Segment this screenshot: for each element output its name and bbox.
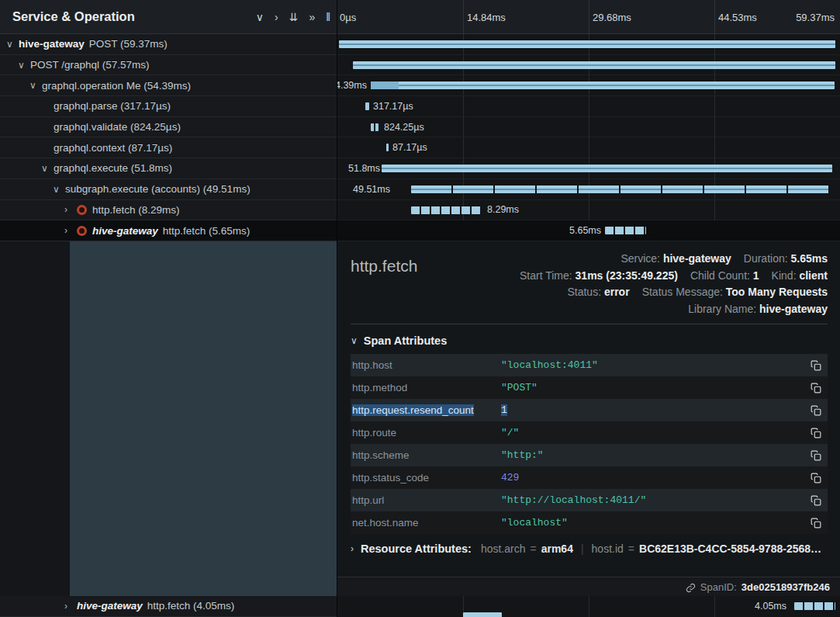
- chevron-down-icon[interactable]: ∨: [18, 61, 30, 70]
- span-bar[interactable]: [605, 227, 646, 234]
- chevron-down-icon[interactable]: ∨: [53, 185, 65, 194]
- attribute-row[interactable]: http.url"http://localhost:4011/": [351, 489, 828, 511]
- divider: [351, 324, 828, 324]
- span-bar[interactable]: [411, 185, 830, 193]
- span-attributes-header[interactable]: ∨ Span Attributes: [351, 334, 828, 348]
- attribute-row[interactable]: http.host"localhost:4011": [351, 354, 828, 376]
- timeline-row[interactable]: [337, 55, 840, 76]
- meta-pair: Status: error: [567, 286, 629, 298]
- attribute-key-text: http.method: [352, 382, 407, 393]
- timeline-row[interactable]: [337, 34, 840, 55]
- span-bar[interactable]: [463, 612, 502, 617]
- chevron-down-icon[interactable]: ∨: [29, 81, 42, 90]
- link-icon[interactable]: [686, 581, 696, 592]
- ruler-label: 44.53ms: [718, 11, 757, 23]
- span-tree-row[interactable]: ∨graphql.execute (51.8ms): [0, 158, 337, 179]
- copy-value-button[interactable]: [804, 404, 828, 417]
- meta-label: Service:: [620, 252, 662, 265]
- span-tree: ∨hive-gatewayPOST (59.37ms)∨POST /graphq…: [0, 34, 337, 241]
- chevron-right-icon[interactable]: ›: [64, 205, 77, 214]
- timeline-row[interactable]: 54.39ms: [337, 75, 840, 96]
- span-bar[interactable]: [794, 602, 835, 610]
- span-id-label: SpanID:: [700, 581, 737, 593]
- span-bar[interactable]: [339, 40, 835, 48]
- span-tree-bottom: ›hive-gatewayhttp.fetch (4.05ms): [0, 596, 337, 617]
- attribute-value-text: 429: [501, 472, 519, 484]
- attribute-value: "/": [501, 427, 804, 438]
- span-bar[interactable]: [353, 61, 835, 69]
- copy-value-button[interactable]: [804, 494, 828, 507]
- attribute-row[interactable]: http.scheme"http:": [351, 444, 828, 466]
- chevron-right-icon[interactable]: ›: [64, 226, 77, 235]
- resource-value: arm64: [541, 542, 573, 555]
- attribute-row[interactable]: http.route"/": [351, 421, 828, 444]
- span-tree-row[interactable]: ›hive-gatewayhttp.fetch (5.65ms): [0, 220, 337, 241]
- duration-label: 4.05ms: [755, 601, 786, 612]
- copy-icon: [811, 450, 821, 461]
- ruler-label: 0µs: [340, 11, 356, 23]
- attribute-key-text: http.scheme: [352, 449, 410, 461]
- expand-all-icon[interactable]: »: [309, 12, 315, 23]
- copy-value-button[interactable]: [804, 382, 828, 394]
- copy-value-button[interactable]: [804, 472, 828, 484]
- meta-pair: Kind: client: [772, 269, 828, 282]
- span-bar[interactable]: [411, 206, 481, 214]
- attribute-row[interactable]: net.host.name"localhost": [351, 511, 828, 534]
- attribute-row[interactable]: http.request.resend_count1: [351, 399, 828, 421]
- operation-label: POST /graphql (57.57ms): [30, 59, 150, 71]
- attribute-value-text: "POST": [501, 382, 538, 393]
- duration-label: 5.65ms: [569, 225, 601, 236]
- timeline-row[interactable]: 5.65ms: [337, 220, 840, 241]
- timeline-row[interactable]: 8.29ms: [337, 200, 840, 221]
- ruler-label: 29.68ms: [593, 11, 631, 23]
- operation-label: graphql.context (87.17µs): [54, 142, 172, 154]
- selected-span-region[interactable]: [70, 241, 337, 597]
- meta-value: 5.65ms: [791, 252, 828, 265]
- span-bar[interactable]: [371, 123, 379, 131]
- span-tree-row[interactable]: graphql.validate (824.25µs): [0, 117, 337, 138]
- span-tree-row[interactable]: ∨hive-gatewayPOST (59.37ms): [0, 34, 337, 55]
- timeline-row[interactable]: 317.17µs: [337, 96, 840, 117]
- attribute-key: http.url: [351, 494, 501, 506]
- attribute-key: http.route: [351, 427, 501, 438]
- operation-label: subgraph.execute (accounts) (49.51ms): [65, 183, 251, 195]
- span-bar[interactable]: [382, 165, 832, 172]
- timeline-row[interactable]: 824.25µs: [337, 117, 840, 138]
- attribute-row[interactable]: http.status_code429: [351, 466, 828, 489]
- span-tree-row[interactable]: graphql.parse (317.17µs): [0, 96, 337, 117]
- span-tree-row[interactable]: ∨subgraph.execute (accounts) (49.51ms): [0, 179, 337, 200]
- ruler-tick: [463, 0, 464, 33]
- collapse-all-icon[interactable]: ⇊: [289, 12, 299, 23]
- span-bar[interactable]: [386, 144, 389, 151]
- chevron-down-icon[interactable]: ∨: [6, 40, 19, 49]
- copy-value-button[interactable]: [804, 517, 828, 529]
- expand-one-icon[interactable]: ›: [275, 12, 278, 23]
- chevron-down-icon[interactable]: ∨: [41, 164, 54, 173]
- resource-attributes-row[interactable]: › Resource Attributes: host.arch=arm64|h…: [351, 542, 828, 555]
- service-name: hive-gateway: [77, 600, 143, 612]
- collapse-one-icon[interactable]: ∨: [256, 12, 264, 23]
- copy-value-button[interactable]: [804, 427, 828, 439]
- copy-value-button[interactable]: [804, 449, 828, 462]
- attribute-value-text: "http:": [501, 449, 544, 461]
- operation-label: graphql.validate (824.25µs): [54, 121, 181, 133]
- span-tree-row[interactable]: ›hive-gatewayhttp.fetch (4.05ms): [0, 596, 337, 617]
- span-tree-row[interactable]: ›http.fetch (8.29ms): [0, 200, 337, 221]
- timeline-row[interactable]: 51.8ms: [337, 158, 840, 179]
- span-bar[interactable]: [371, 81, 835, 89]
- timeline-row[interactable]: 87.17µs: [337, 137, 840, 158]
- span-tree-row[interactable]: graphql.context (87.17µs): [0, 137, 337, 158]
- attribute-row[interactable]: http.method"POST": [351, 376, 828, 399]
- attribute-value: 429: [501, 472, 804, 484]
- span-tree-row[interactable]: ∨graphql.operation Me (54.39ms): [0, 75, 337, 96]
- operation-label: POST (59.37ms): [89, 38, 168, 50]
- timeline-rows: 54.39ms317.17µs824.25µs87.17µs51.8ms49.5…: [337, 34, 840, 241]
- chevron-right-icon[interactable]: ›: [64, 601, 77, 611]
- meta-line: Library Name: hive-gateway: [520, 301, 828, 318]
- splitter-handle-icon[interactable]: ‖: [326, 12, 330, 23]
- span-bar[interactable]: [365, 102, 369, 110]
- timeline-row[interactable]: 49.51ms: [337, 179, 840, 200]
- operation-label: http.fetch (8.29ms): [92, 204, 180, 216]
- copy-value-button[interactable]: [804, 359, 828, 372]
- span-tree-row[interactable]: ∨POST /graphql (57.57ms): [0, 55, 337, 76]
